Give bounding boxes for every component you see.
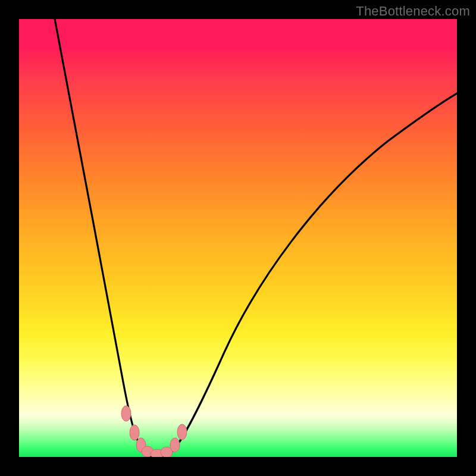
curve-marker <box>130 425 139 440</box>
curve-layer <box>19 19 457 457</box>
curve-marker <box>170 438 180 452</box>
curve-marker <box>121 406 131 421</box>
curve-marker <box>177 424 187 440</box>
chart-frame: TheBottleneck.com <box>0 0 476 476</box>
bottleneck-curve <box>55 19 457 457</box>
marker-group <box>121 406 187 457</box>
watermark-text: TheBottleneck.com <box>356 4 470 19</box>
plot-area <box>19 19 457 457</box>
